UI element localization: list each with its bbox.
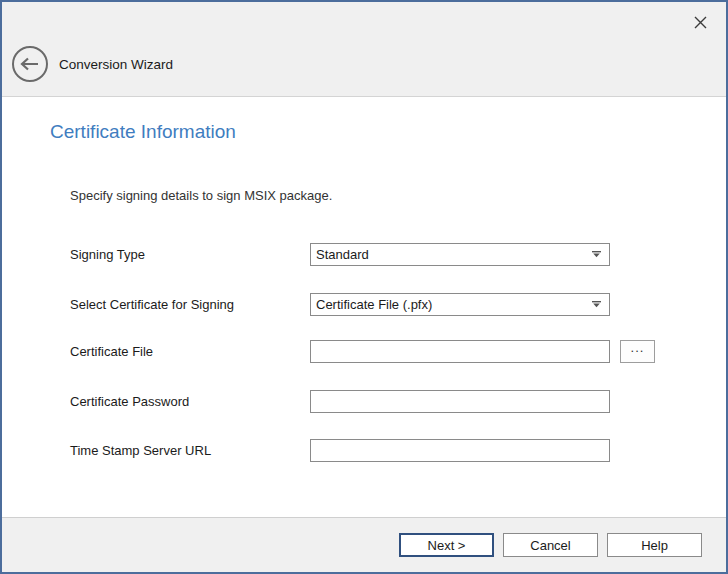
timestamp-url-row: Time Stamp Server URL <box>2 439 726 462</box>
certificate-source-dropdown[interactable]: Certificate File (.pfx) <box>310 293 610 316</box>
close-button[interactable] <box>688 10 712 34</box>
help-button[interactable]: Help <box>607 533 702 557</box>
certificate-file-label: Certificate File <box>70 340 153 363</box>
next-button[interactable]: Next > <box>399 533 494 557</box>
certificate-file-row: Certificate File ... <box>2 340 726 363</box>
wizard-header: Conversion Wizard <box>2 2 726 97</box>
back-arrow-icon <box>20 57 40 71</box>
chevron-down-icon <box>592 301 601 308</box>
page-description: Specify signing details to sign MSIX pac… <box>70 188 332 203</box>
certificate-password-label: Certificate Password <box>70 390 189 413</box>
browse-button[interactable]: ... <box>620 340 655 363</box>
certificate-source-label: Select Certificate for Signing <box>70 293 234 316</box>
chevron-down-icon <box>592 251 601 258</box>
close-icon <box>693 15 708 30</box>
timestamp-url-label: Time Stamp Server URL <box>70 439 211 462</box>
page-title: Certificate Information <box>50 121 236 143</box>
wizard-footer: Next > Cancel Help <box>2 517 726 572</box>
certificate-source-value: Certificate File (.pfx) <box>316 297 432 312</box>
cancel-button[interactable]: Cancel <box>503 533 598 557</box>
certificate-password-row: Certificate Password <box>2 390 726 413</box>
certificate-file-input[interactable] <box>310 340 610 363</box>
timestamp-url-input[interactable] <box>310 439 610 462</box>
certificate-source-row: Select Certificate for Signing Certifica… <box>2 293 726 316</box>
certificate-password-input[interactable] <box>310 390 610 413</box>
wizard-title: Conversion Wizard <box>59 48 173 80</box>
signing-type-value: Standard <box>316 247 369 262</box>
signing-type-label: Signing Type <box>70 243 145 266</box>
back-button[interactable] <box>12 46 48 82</box>
signing-type-row: Signing Type Standard <box>2 243 726 266</box>
signing-type-dropdown[interactable]: Standard <box>310 243 610 266</box>
conversion-wizard-dialog: Conversion Wizard Certificate Informatio… <box>0 0 728 574</box>
